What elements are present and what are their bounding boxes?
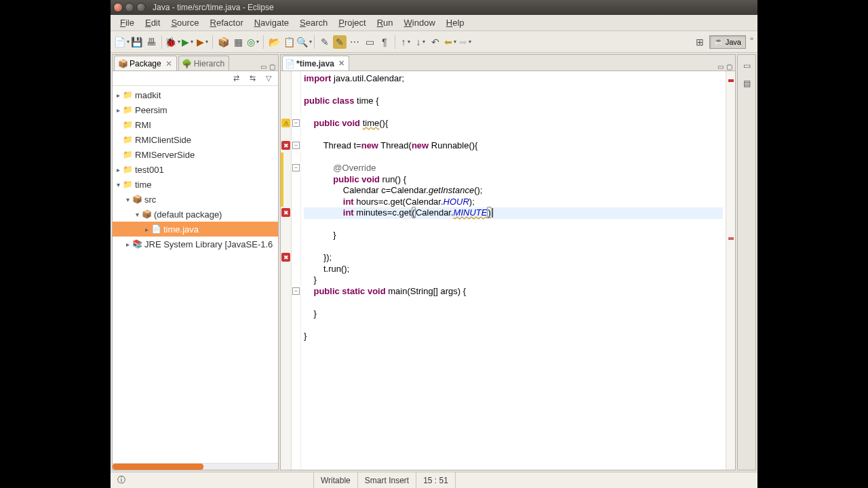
maximize-editor-icon[interactable]: ▢ <box>726 63 732 70</box>
code-editor[interactable]: import java.util.Calendar;public class t… <box>301 71 726 470</box>
warning-marker-icon[interactable]: ⚠ <box>281 119 290 127</box>
error-marker-icon[interactable]: ✖ <box>281 208 290 217</box>
fold-toggle-icon[interactable]: − <box>292 119 300 127</box>
menu-refactor[interactable]: Refactor <box>205 16 249 29</box>
window-title: Java - time/src/time.java - Eclipse <box>153 3 274 12</box>
maximize-icon[interactable] <box>136 3 146 12</box>
status-cursor-position: 15 : 51 <box>416 472 456 488</box>
show-whitespace-icon[interactable]: ¶ <box>378 35 391 49</box>
last-edit-icon[interactable]: ↶ <box>429 35 442 49</box>
menu-project[interactable]: Project <box>333 16 371 29</box>
overview-ruler[interactable] <box>726 71 735 470</box>
close-editor-icon[interactable]: ✕ <box>338 59 344 68</box>
outline-view-icon[interactable]: ▤ <box>740 77 753 90</box>
workarea: 📦 Package ✕ 🌳 Hierarch ▭▢ ⇄ ⇆ ▽ ▸📁madkit… <box>111 53 757 472</box>
hierarchy-icon: 🌳 <box>183 60 191 68</box>
menu-navigate[interactable]: Navigate <box>249 16 294 29</box>
menu-help[interactable]: Help <box>441 16 470 29</box>
tree-item-rmiserver[interactable]: RMIServerSide <box>135 150 195 160</box>
search-icon[interactable]: 🔍 <box>297 35 311 49</box>
tree-item-test001[interactable]: test001 <box>135 165 164 175</box>
forward-icon[interactable]: ➡ <box>458 35 472 49</box>
new-package-icon[interactable]: 📦 <box>216 35 230 49</box>
error-marker-icon[interactable]: ✖ <box>281 253 290 262</box>
eclipse-window: Java - time/src/time.java - Eclipse File… <box>111 0 757 488</box>
collapse-all-icon[interactable]: ⇄ <box>229 72 243 85</box>
java-file-icon: 📄 <box>285 60 294 68</box>
editor-tab-label: *time.java <box>296 59 334 68</box>
menu-edit[interactable]: Edit <box>140 16 165 29</box>
view-trim: ▭ ▤ <box>737 54 756 470</box>
warning-range-icon <box>281 152 283 207</box>
menu-search[interactable]: Search <box>294 16 333 29</box>
tree-item-madkit[interactable]: madkit <box>135 90 161 100</box>
error-marker-icon[interactable]: ✖ <box>281 141 290 150</box>
block-select-icon[interactable]: ▭ <box>363 35 376 49</box>
menu-window[interactable]: Window <box>399 16 441 29</box>
fold-toggle-icon[interactable]: − <box>292 164 300 171</box>
tree-item-rmiclient[interactable]: RMIClientSide <box>135 135 191 145</box>
titlebar[interactable]: Java - time/src/time.java - Eclipse <box>111 0 757 15</box>
tree-item-time[interactable]: time <box>135 180 152 190</box>
tab-hierarchy-label: Hierarch <box>194 59 224 68</box>
open-task-icon[interactable]: 📋 <box>282 35 296 49</box>
overview-error-icon[interactable] <box>728 237 734 240</box>
tree-item-peersim[interactable]: Peersim <box>135 105 167 115</box>
new-type-icon[interactable]: ▦ <box>231 35 245 49</box>
overview-error-icon[interactable] <box>728 79 734 82</box>
tree-item-src[interactable]: src <box>144 195 156 205</box>
fold-toggle-icon[interactable]: − <box>292 287 300 295</box>
new-icon[interactable]: 📄 <box>115 35 128 49</box>
annotate-icon[interactable]: ✎ <box>318 35 332 49</box>
tree-item-jre[interactable]: JRE System Library [JavaSE-1.6 <box>144 239 273 249</box>
toolbar: 📄 💾 🖶 🐞 ▶ ▶ 📦 ▦ ◎ 📂 📋 🔍 ✎ ✎ ⋯ ▭ ¶ ↑ ↓ ↶ … <box>111 31 757 53</box>
view-menu-icon[interactable]: ▽ <box>262 72 275 85</box>
open-type-icon[interactable]: 📂 <box>267 35 281 49</box>
status-writable: Writable <box>314 472 358 488</box>
link-editor-icon[interactable]: ⇆ <box>245 72 259 85</box>
back-icon[interactable]: ⬅ <box>443 35 457 49</box>
print-icon[interactable]: 🖶 <box>144 35 158 49</box>
toggle-breadcrumb-icon[interactable]: ⋯ <box>348 35 361 49</box>
tab-hierarchy[interactable]: 🌳 Hierarch <box>178 56 229 70</box>
project-tree[interactable]: ▸📁madkit ▸📁Peersim 📁RMI 📁RMIClientSide 📁… <box>113 86 278 470</box>
statusbar: ⓘ Writable Smart Insert 15 : 51 <box>111 472 757 488</box>
maximize-view-icon[interactable]: ▢ <box>269 63 275 70</box>
marker-ruler[interactable]: ⚠ ✖ ✖ ✖ <box>281 71 292 470</box>
tree-scrollbar[interactable] <box>113 463 278 470</box>
perspective-java[interactable]: ☕Java <box>709 35 746 49</box>
save-icon[interactable]: 💾 <box>130 35 143 49</box>
tree-item-time-java[interactable]: time.java <box>163 224 199 235</box>
prev-annotation-icon[interactable]: ↑ <box>399 35 412 49</box>
fold-toggle-icon[interactable]: − <box>292 142 300 149</box>
close-icon[interactable] <box>113 3 123 12</box>
menu-source[interactable]: Source <box>165 16 204 29</box>
editor-view: 📄 *time.java ✕ ▭▢ ⚠ ✖ ✖ ✖ − − − <box>280 54 736 470</box>
minimize-icon[interactable] <box>125 3 134 12</box>
menu-file[interactable]: File <box>115 16 140 29</box>
ext-tools-icon[interactable]: ▶ <box>195 35 209 49</box>
tree-item-rmi[interactable]: RMI <box>135 120 151 130</box>
menu-run[interactable]: Run <box>372 16 399 29</box>
package-explorer-view: 📦 Package ✕ 🌳 Hierarch ▭▢ ⇄ ⇆ ▽ ▸📁madkit… <box>112 54 279 470</box>
open-perspective-icon[interactable]: ⊞ <box>693 35 707 49</box>
toolbar-overflow-icon[interactable]: » <box>750 35 753 49</box>
new-class-icon[interactable]: ◎ <box>246 35 260 49</box>
menubar: FileEditSourceRefactorNavigateSearchProj… <box>111 15 757 31</box>
status-insert-mode: Smart Insert <box>358 472 416 488</box>
toggle-mark-icon[interactable]: ✎ <box>333 35 347 49</box>
next-annotation-icon[interactable]: ↓ <box>414 35 427 49</box>
restore-view-icon[interactable]: ▭ <box>740 59 753 73</box>
fold-ruler[interactable]: − − − − <box>292 71 301 470</box>
tree-item-default-package[interactable]: (default package) <box>154 209 222 220</box>
close-tab-icon[interactable]: ✕ <box>165 59 172 68</box>
run-icon[interactable]: ▶ <box>180 35 194 49</box>
minimize-editor-icon[interactable]: ▭ <box>717 63 724 70</box>
minimize-view-icon[interactable]: ▭ <box>260 63 267 70</box>
status-icon: ⓘ <box>117 474 125 486</box>
debug-icon[interactable]: 🐞 <box>165 35 179 49</box>
package-icon: 📦 <box>119 60 127 68</box>
tab-package-explorer[interactable]: 📦 Package ✕ <box>114 56 177 70</box>
tab-package-label: Package <box>130 59 161 68</box>
editor-tab-time-java[interactable]: 📄 *time.java ✕ <box>282 56 349 70</box>
